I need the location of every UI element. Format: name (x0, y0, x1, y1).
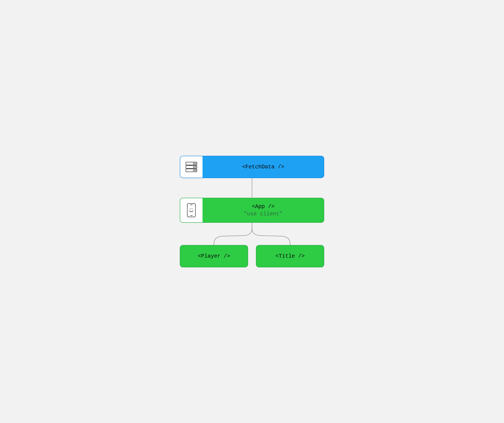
client-node-label: <App /> (252, 203, 275, 210)
server-node-label: <FetchData /> (242, 164, 284, 170)
svg-rect-1 (186, 162, 197, 165)
phone-icon (187, 203, 196, 217)
client-node-subtitle: "use client" (244, 211, 282, 217)
svg-rect-7 (187, 203, 195, 217)
player-component-node: <Player /> (180, 245, 248, 267)
svg-rect-3 (186, 166, 197, 168)
server-icon (186, 162, 197, 172)
server-icon-box (180, 156, 203, 178)
children-row: <Player /> <Title /> (180, 245, 324, 267)
svg-rect-4 (193, 167, 196, 167)
player-node-label: <Player /> (198, 253, 230, 259)
client-component-node: <App /> "use client" (180, 198, 324, 223)
svg-rect-6 (193, 170, 196, 171)
svg-point-10 (190, 209, 191, 209)
client-node-content: <App /> "use client" (203, 198, 324, 222)
title-node-label: <Title /> (276, 253, 305, 259)
svg-rect-5 (186, 169, 197, 172)
client-icon-box (180, 198, 203, 222)
title-component-node: <Title /> (256, 245, 324, 267)
server-component-node: <FetchData /> (180, 156, 324, 178)
component-tree-diagram: <FetchData /> <App /> "use client" (180, 156, 324, 267)
svg-point-11 (192, 209, 192, 209)
server-node-content: <FetchData /> (203, 156, 324, 178)
svg-rect-2 (193, 163, 196, 164)
